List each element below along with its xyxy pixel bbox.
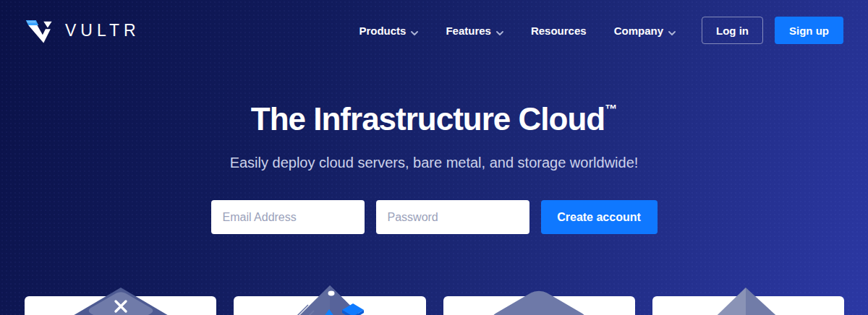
main-nav: Products Features Resources Company (359, 24, 676, 38)
chevron-down-icon (411, 25, 418, 38)
password-field[interactable] (376, 200, 529, 234)
nav-item-features[interactable]: Features (446, 24, 503, 38)
nav-item-label: Features (446, 25, 491, 37)
login-button[interactable]: Log in (702, 17, 763, 44)
nav-item-label: Resources (531, 25, 587, 37)
auth-buttons: Log in Sign up (702, 17, 843, 44)
vultr-logo[interactable]: VULTR (25, 17, 140, 43)
isometric-panel-with-x-illustration (41, 286, 200, 315)
top-navigation-bar: VULTR Products Features Resources Compan… (0, 0, 868, 61)
isometric-metal-pyramid-illustration (658, 285, 838, 315)
nav-item-company[interactable]: Company (614, 24, 676, 38)
isometric-pyramid-with-blue-triangle-illustration (243, 283, 417, 315)
trademark-symbol: ™ (605, 103, 617, 116)
nav-item-label: Products (359, 25, 406, 37)
isometric-cube-cluster-illustration (448, 285, 629, 315)
product-card-3[interactable] (443, 296, 635, 315)
close-icon (116, 301, 126, 311)
chevron-down-icon (668, 25, 676, 38)
product-card-2[interactable] (234, 296, 425, 315)
email-field[interactable] (211, 200, 365, 234)
signup-button[interactable]: Sign up (775, 17, 843, 44)
product-card-1[interactable] (25, 296, 216, 315)
hero-subtitle: Easily deploy cloud servers, bare metal,… (0, 155, 868, 171)
signup-form: Create account (0, 200, 868, 234)
product-card-4[interactable] (652, 296, 844, 315)
create-account-button[interactable]: Create account (541, 200, 658, 234)
nav-item-label: Company (614, 25, 663, 37)
nav-item-products[interactable]: Products (359, 24, 418, 38)
page-title: The Infrastructure Cloud™ (0, 101, 868, 137)
page-title-text: The Infrastructure Cloud (251, 101, 605, 137)
chevron-down-icon (496, 25, 503, 38)
product-cards-row (25, 296, 844, 315)
nav-item-resources[interactable]: Resources (531, 25, 587, 37)
vultr-wordmark: VULTR (65, 21, 140, 40)
vultr-logo-icon (25, 17, 55, 43)
hero-section: The Infrastructure Cloud™ Easily deploy … (0, 101, 868, 234)
